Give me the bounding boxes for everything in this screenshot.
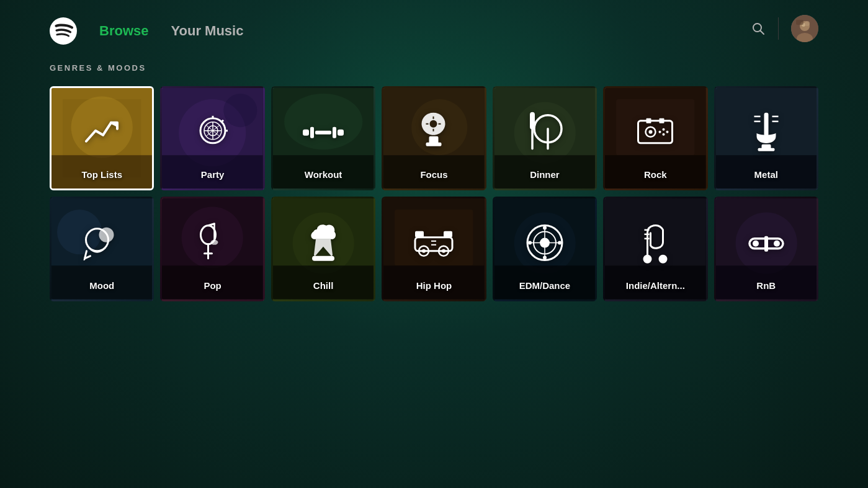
genre-tile-chill[interactable]: Chill	[271, 197, 375, 301]
section-title: GENRES & MOODS	[50, 63, 818, 73]
top-lists-icon	[83, 113, 120, 155]
svg-line-85	[208, 223, 214, 225]
svg-rect-93	[312, 255, 334, 260]
dinner-label: Dinner	[494, 169, 595, 180]
svg-rect-39	[426, 143, 442, 146]
svg-rect-131	[764, 236, 768, 251]
svg-line-2	[761, 31, 764, 35]
svg-point-63	[666, 131, 669, 133]
svg-rect-7	[796, 20, 803, 25]
svg-point-40	[430, 120, 437, 128]
svg-point-61	[663, 133, 665, 136]
svg-point-0	[50, 17, 77, 45]
nav-your-music[interactable]: Your Music	[171, 23, 243, 39]
chill-label: Chill	[273, 280, 374, 291]
rock-label: Rock	[605, 169, 705, 180]
svg-rect-32	[315, 131, 331, 135]
metal-icon	[749, 112, 783, 156]
pop-icon	[195, 222, 230, 267]
dinner-icon	[526, 112, 563, 156]
svg-point-89	[210, 239, 218, 244]
rnb-icon	[745, 229, 788, 262]
svg-rect-34	[338, 130, 344, 136]
svg-rect-56	[647, 118, 651, 123]
workout-icon	[302, 117, 345, 153]
genre-tile-rock[interactable]: Rock	[603, 86, 707, 190]
rnb-label: RnB	[716, 280, 817, 291]
genre-tile-pop[interactable]: Pop	[160, 197, 264, 301]
spotify-logo[interactable]	[50, 17, 77, 45]
svg-point-77	[99, 227, 114, 242]
svg-point-121	[659, 254, 668, 263]
genre-tile-indie-altern[interactable]: Indie/Altern...	[603, 197, 707, 301]
svg-point-120	[643, 254, 652, 263]
main-content: GENRES & MOODS Top Lists	[0, 57, 868, 301]
svg-rect-98	[415, 231, 424, 237]
user-avatar[interactable]	[791, 15, 818, 42]
genre-tile-mood[interactable]: Mood	[50, 197, 154, 301]
mood-icon	[82, 226, 122, 264]
party-icon	[194, 113, 231, 155]
svg-point-130	[774, 240, 780, 246]
main-nav: Browse Your Music	[99, 23, 243, 39]
svg-rect-33	[333, 127, 336, 138]
svg-point-62	[659, 131, 661, 133]
focus-icon	[417, 112, 451, 156]
edm-dance-label: EDM/Dance	[494, 280, 595, 291]
indie-icon	[638, 220, 673, 268]
svg-point-8	[805, 21, 810, 26]
svg-point-60	[663, 128, 665, 131]
nav-browse[interactable]: Browse	[99, 23, 148, 39]
hip-hop-label: Hip Hop	[383, 280, 484, 291]
svg-point-59	[649, 130, 653, 134]
svg-rect-66	[764, 113, 768, 136]
genre-tile-edm-dance[interactable]: EDM/Dance	[493, 197, 597, 301]
workout-label: Workout	[273, 169, 374, 180]
svg-point-129	[753, 240, 759, 246]
rock-icon	[635, 113, 676, 155]
genre-tile-rnb[interactable]: RnB	[714, 197, 818, 301]
search-button[interactable]	[751, 21, 766, 36]
svg-rect-30	[303, 130, 309, 136]
genre-tile-dinner[interactable]: Dinner	[493, 86, 597, 190]
header-right	[751, 15, 818, 42]
genre-grid: Top Lists	[50, 86, 818, 301]
hip-hop-icon	[413, 226, 455, 264]
genre-tile-metal[interactable]: Metal	[714, 86, 818, 190]
chill-icon	[305, 220, 342, 268]
genre-tile-workout[interactable]: Workout	[271, 86, 375, 190]
edm-icon	[526, 223, 564, 266]
pop-label: Pop	[162, 280, 262, 291]
metal-label: Metal	[716, 169, 817, 180]
header-divider	[778, 17, 779, 40]
genre-tile-focus[interactable]: Focus	[382, 86, 486, 190]
svg-line-80	[83, 258, 85, 260]
genre-tile-top-lists[interactable]: Top Lists	[50, 86, 154, 190]
indie-altern-label: Indie/Altern...	[605, 280, 705, 291]
svg-rect-31	[310, 127, 314, 138]
svg-point-103	[442, 249, 445, 252]
svg-rect-57	[660, 118, 664, 123]
genre-tile-party[interactable]: Party	[160, 86, 264, 190]
svg-rect-99	[444, 231, 452, 237]
party-label: Party	[162, 169, 262, 180]
focus-label: Focus	[383, 169, 484, 180]
genre-tile-hip-hop[interactable]: Hip Hop	[382, 197, 486, 301]
header: Browse Your Music	[0, 0, 868, 57]
top-lists-label: Top Lists	[51, 169, 152, 180]
svg-rect-68	[758, 148, 774, 151]
svg-point-102	[422, 249, 426, 252]
svg-line-19	[221, 120, 223, 122]
mood-label: Mood	[51, 280, 152, 291]
avatar-image	[791, 15, 818, 42]
